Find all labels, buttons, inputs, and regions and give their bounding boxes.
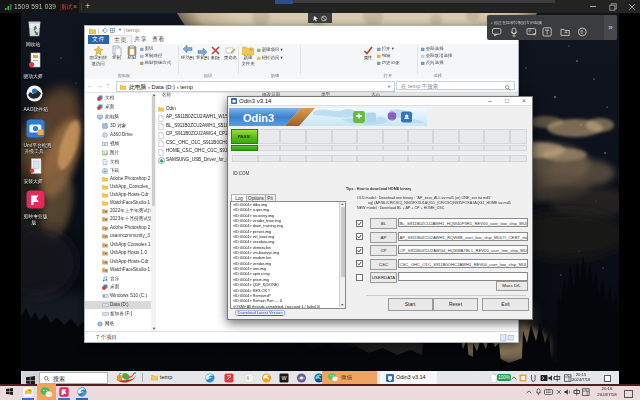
svg-text:Odin3: Odin3: [243, 112, 274, 124]
svg-text:fi: fi: [247, 375, 250, 381]
